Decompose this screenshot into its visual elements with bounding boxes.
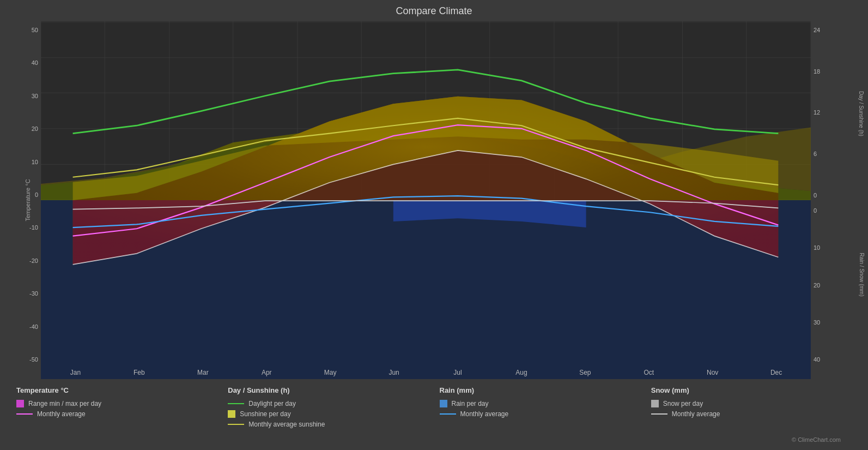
month-mar: Mar <box>171 369 235 376</box>
month-may: May <box>299 369 362 376</box>
left-y-axis: Temperature °C 50 40 30 20 10 0 -10 -20 … <box>5 21 41 379</box>
legend-snow-avg: Monthly average <box>651 410 852 418</box>
month-feb: Feb <box>107 369 171 376</box>
month-aug: Aug <box>489 369 553 376</box>
sunshine-avg-line <box>228 424 244 425</box>
legend-sunshine-day: Sunshine per day <box>228 410 428 418</box>
legend-snow-day: Snow per day <box>651 400 852 407</box>
legend-temp-range: Range min / max per day <box>16 400 217 407</box>
month-dec: Dec <box>744 369 808 376</box>
month-oct: Oct <box>617 369 681 376</box>
y-tick-0: 0 <box>35 191 38 198</box>
legend-rain-label: Rain per day <box>452 400 489 407</box>
r-tick-12: 12 <box>814 109 820 116</box>
r-tick-0-rain: 0 <box>814 207 817 214</box>
daylight-line <box>228 403 244 404</box>
legend-rain-title: Rain (mm) <box>440 386 640 394</box>
right-axis-label-rain: Rain / Snow (mm) <box>859 253 865 297</box>
legend-daylight-label: Daylight per day <box>248 400 296 407</box>
rain-avg-line <box>440 413 456 415</box>
y-tick-20: 20 <box>32 125 38 132</box>
main-container: Compare Climate Temperature °C 50 40 30 … <box>0 0 868 450</box>
chart-title: Compare Climate <box>0 5 868 17</box>
month-apr: Apr <box>235 369 299 376</box>
chart-canvas-wrapper: Moncton Moncton ClimeChart.com <box>41 21 811 379</box>
y-tick-10: 10 <box>32 159 38 165</box>
x-axis: Jan Feb Mar Apr May Jun Jul Aug Sep Oct … <box>41 365 811 379</box>
legend-temp-avg-label: Monthly average <box>37 410 86 418</box>
right-y-axis: 24 18 12 6 0 0 10 20 30 40 Day / Sunshin… <box>811 21 863 379</box>
month-labels: Jan Feb Mar Apr May Jun Jul Aug Sep Oct … <box>41 369 811 376</box>
r-tick-6: 6 <box>814 151 817 157</box>
y-tick-50: 50 <box>32 27 38 33</box>
r-tick-24: 24 <box>814 27 820 33</box>
r-tick-40: 40 <box>814 356 820 363</box>
right-axis-label-sunshine: Day / Sunshine (h) <box>859 91 865 136</box>
month-nov: Nov <box>681 369 744 376</box>
r-tick-30: 30 <box>814 319 820 326</box>
r-tick-0-sun: 0 <box>814 192 817 199</box>
snow-swatch <box>651 400 659 407</box>
legend-snow: Snow (mm) Snow per day Monthly average ©… <box>646 383 857 446</box>
legend-rain-avg-label: Monthly average <box>460 410 509 418</box>
temp-range-swatch <box>16 400 24 407</box>
legend-rain-avg: Monthly average <box>440 410 640 418</box>
legend-rain-day: Rain per day <box>440 400 640 407</box>
legend-daylight: Daylight per day <box>228 400 428 407</box>
r-tick-20: 20 <box>814 282 820 289</box>
legend-snow-label: Snow per day <box>663 400 703 407</box>
legend-area: Temperature °C Range min / max per day M… <box>0 379 868 450</box>
y-tick-n20: -20 <box>29 257 38 264</box>
legend-snow-avg-label: Monthly average <box>672 410 720 418</box>
sunshine-swatch <box>228 410 235 418</box>
y-tick-n50: -50 <box>29 356 38 363</box>
legend-temp-range-label: Range min / max per day <box>28 400 101 407</box>
chart-area: Temperature °C 50 40 30 20 10 0 -10 -20 … <box>0 21 868 379</box>
month-sep: Sep <box>553 369 617 376</box>
legend-temp-title: Temperature °C <box>16 386 217 394</box>
month-jul: Jul <box>426 369 490 376</box>
y-tick-n30: -30 <box>29 290 38 297</box>
r-tick-18: 18 <box>814 68 820 75</box>
temp-avg-line <box>16 413 33 415</box>
copyright: © ClimeChart.com <box>651 435 852 443</box>
legend-sun-title: Day / Sunshine (h) <box>228 386 428 394</box>
legend-sunshine-avg: Monthly average sunshine <box>228 421 428 428</box>
legend-temp-avg: Monthly average <box>16 410 217 418</box>
y-tick-40: 40 <box>32 59 38 66</box>
legend-rain: Rain (mm) Rain per day Monthly average <box>434 383 646 446</box>
month-jan: Jan <box>44 369 107 376</box>
r-tick-10: 10 <box>814 244 820 251</box>
y-tick-n10: -10 <box>29 224 38 231</box>
snow-avg-line <box>651 413 667 415</box>
legend-temperature: Temperature °C Range min / max per day M… <box>11 383 222 446</box>
legend-snow-title: Snow (mm) <box>651 386 852 394</box>
rain-swatch <box>440 400 447 407</box>
legend-sunshine-avg-label: Monthly average sunshine <box>248 421 325 428</box>
legend-sunshine: Day / Sunshine (h) Daylight per day Suns… <box>222 383 434 446</box>
y-tick-30: 30 <box>32 93 38 99</box>
main-chart-svg <box>41 21 811 379</box>
y-tick-n40: -40 <box>29 323 38 330</box>
legend-sunshine-label: Sunshine per day <box>240 410 290 418</box>
month-jun: Jun <box>362 369 426 376</box>
